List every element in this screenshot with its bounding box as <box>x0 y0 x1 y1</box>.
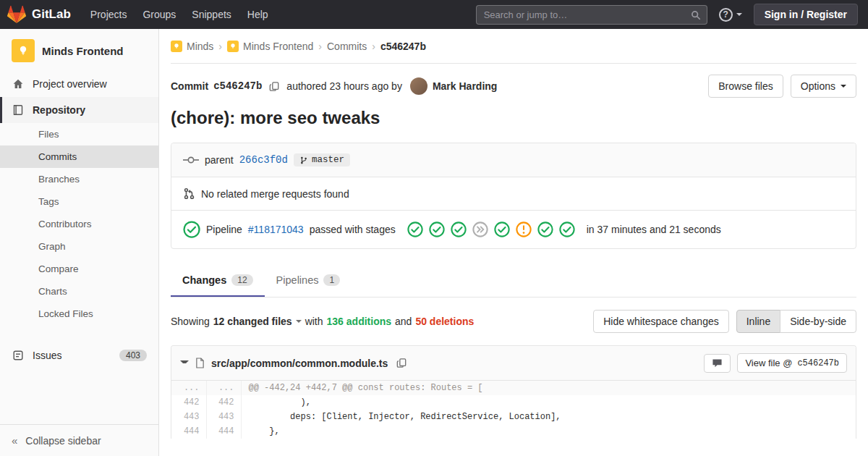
diff-hunk-row: ... ... @@ -442,24 +442,7 @@ const route… <box>171 381 856 395</box>
help-dropdown[interactable]: ? <box>719 8 742 22</box>
authored-text: authored 23 hours ago by <box>286 80 402 92</box>
line-content: ), <box>241 395 856 410</box>
ci-stage-passed-icon[interactable] <box>537 221 553 237</box>
nav-item-groups[interactable]: Groups <box>135 1 184 28</box>
breadcrumb-separator: › <box>372 41 375 52</box>
branch-ref-label[interactable]: master <box>294 153 350 166</box>
commit-label: Commit <box>171 80 208 92</box>
breadcrumb-separator: › <box>218 41 222 52</box>
chevron-down-icon <box>296 320 302 323</box>
nav-item-snippets[interactable]: Snippets <box>184 1 239 28</box>
sidebar-subitem-locked-files[interactable]: Locked Files <box>0 303 158 325</box>
collapse-icon: « <box>12 434 17 447</box>
copy-file-path-button[interactable] <box>394 356 409 370</box>
sidebar-subitem-branches[interactable]: Branches <box>0 168 158 190</box>
commit-sha: c546247b <box>213 80 262 92</box>
tab-changes[interactable]: Changes 12 <box>171 265 265 297</box>
commit-title: (chore): more seo tweaks <box>171 108 856 128</box>
breadcrumb-link-commits[interactable]: Commits <box>327 41 367 52</box>
project-context[interactable]: Minds Frontend <box>0 29 158 71</box>
sidebar-item-label: Issues <box>33 350 61 361</box>
old-line-number: ... <box>171 381 206 395</box>
new-line-number[interactable]: 442 <box>206 395 241 410</box>
sidebar-item-repository[interactable]: Repository <box>0 97 158 123</box>
ci-stage-passed-icon[interactable] <box>451 221 467 237</box>
view-file-button[interactable]: View file @ c546247b <box>737 353 847 373</box>
old-line-number[interactable]: 442 <box>171 395 206 410</box>
lightbulb-icon <box>17 45 29 56</box>
sidebar-subitem-contributors[interactable]: Contributors <box>0 213 158 235</box>
author-avatar[interactable] <box>410 77 427 95</box>
breadcrumb-link-project[interactable]: Minds Frontend <box>227 41 313 52</box>
repository-submenu: Files Commits Branches Tags Contributors… <box>0 123 158 325</box>
author-name-link[interactable]: Mark Harding <box>433 80 497 92</box>
no-merge-requests-text: No related merge requests found <box>201 188 349 200</box>
sidebar-item-label: Project overview <box>33 78 107 90</box>
sidebar-subitem-graph[interactable]: Graph <box>0 235 158 258</box>
sidebar-item-label: Repository <box>33 104 85 116</box>
ci-stage-passed-icon[interactable] <box>429 221 445 237</box>
changes-count-badge: 12 <box>231 274 252 286</box>
nav-item-projects[interactable]: Projects <box>82 1 135 28</box>
options-dropdown-button[interactable]: Options <box>791 75 856 98</box>
sidebar-subitem-charts[interactable]: Charts <box>0 280 158 303</box>
sidebar-subitem-files[interactable]: Files <box>0 123 158 145</box>
ci-stage-warning-icon[interactable] <box>516 221 532 237</box>
ci-stage-skipped-icon[interactable] <box>472 221 488 237</box>
main-nav: Projects Groups Snippets Help <box>82 1 276 28</box>
sidebar-item-issues[interactable]: Issues 403 <box>0 342 158 368</box>
pipeline-id-link[interactable]: #118171043 <box>248 224 304 235</box>
line-content: }, <box>241 424 856 439</box>
collapse-sidebar-label: Collapse sidebar <box>25 435 101 447</box>
gitlab-tanuki-icon <box>7 6 26 23</box>
inline-view-button[interactable]: Inline <box>736 310 780 333</box>
side-by-side-view-button[interactable]: Side-by-side <box>780 310 856 333</box>
deletions-count: 50 deletions <box>415 316 474 327</box>
new-line-number: ... <box>206 381 241 395</box>
toggle-comments-button[interactable] <box>704 354 731 373</box>
collapse-sidebar-button[interactable]: « Collapse sidebar <box>0 424 158 456</box>
sign-in-button[interactable]: Sign in / Register <box>754 4 858 25</box>
ci-stage-passed-icon[interactable] <box>407 221 423 237</box>
tab-pipelines[interactable]: Pipelines 1 <box>265 265 352 297</box>
sidebar-subitem-compare[interactable]: Compare <box>0 258 158 280</box>
diff-line-row: 443 443 deps: [Client, Injector, Redirec… <box>171 410 856 424</box>
new-line-number[interactable]: 444 <box>206 424 241 439</box>
chevron-down-icon <box>841 85 846 88</box>
old-line-number[interactable]: 443 <box>171 410 206 424</box>
sidebar-subitem-commits[interactable]: Commits <box>0 145 158 168</box>
hide-whitespace-button[interactable]: Hide whitespace changes <box>593 310 729 333</box>
project-avatar-small <box>227 41 239 52</box>
browse-files-button[interactable]: Browse files <box>708 75 783 98</box>
gitlab-logo[interactable]: GitLab <box>7 6 71 23</box>
project-avatar <box>12 39 35 62</box>
breadcrumb-link-group[interactable]: Minds <box>171 41 213 52</box>
ci-stage-passed-icon[interactable] <box>559 221 575 237</box>
main-content: Minds › Minds Frontend › Commits › c5462… <box>159 29 868 456</box>
new-line-number[interactable]: 443 <box>206 410 241 424</box>
copy-commit-sha-button[interactable] <box>267 80 281 93</box>
old-line-number[interactable]: 444 <box>171 424 206 439</box>
merge-request-icon <box>183 187 195 200</box>
sidebar-item-project-overview[interactable]: Project overview <box>0 71 158 97</box>
diff-table: ... ... @@ -442,24 +442,7 @@ const route… <box>171 381 856 439</box>
pipelines-count-badge: 1 <box>323 274 340 286</box>
issues-count-badge: 403 <box>119 350 147 361</box>
branch-name: master <box>312 155 344 165</box>
ci-stage-passed-icon[interactable] <box>494 221 510 237</box>
pipeline-status-text: passed with stages <box>310 224 396 235</box>
search-input[interactable] <box>476 5 707 25</box>
nav-item-help[interactable]: Help <box>239 1 276 28</box>
sidebar-subitem-tags[interactable]: Tags <box>0 190 158 213</box>
breadcrumb-separator: › <box>318 41 322 52</box>
diff-summary-row: Showing 12 changed files with 136 additi… <box>171 297 856 345</box>
changed-files-dropdown[interactable]: 12 changed files <box>213 316 302 327</box>
collapse-diff-caret[interactable] <box>180 360 189 366</box>
diff-line-row: 442 442 ), <box>171 395 856 410</box>
project-name: Minds Frontend <box>42 45 124 57</box>
file-path-link[interactable]: src/app/common/common.module.ts <box>211 358 388 369</box>
chevron-down-icon <box>736 13 742 16</box>
parent-sha-link[interactable]: 266c3f0d <box>239 154 288 166</box>
pipeline-mini-graph <box>407 221 575 237</box>
comment-icon <box>712 358 723 368</box>
